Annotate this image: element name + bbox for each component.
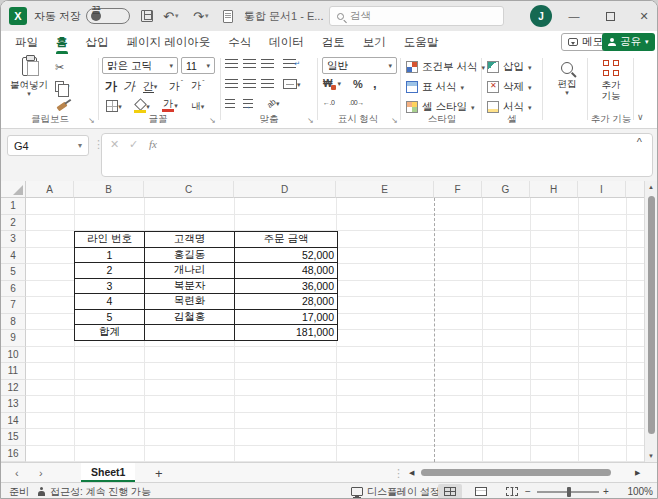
borders-dropdown-icon[interactable]: ▾ [118,103,122,110]
previous-sheet-button[interactable]: ‹ [15,463,19,483]
row-header-10[interactable]: 10 [1,347,26,364]
merge-center-button[interactable]: ▾ [283,79,301,89]
table-dropdown-icon[interactable]: ▾ [460,84,464,91]
increase-font-button[interactable]: 가ˆ [167,78,185,94]
row-header-2[interactable]: 2 [1,215,26,232]
clipboard-dialog-launcher-icon[interactable]: ↘ [88,116,95,125]
cell-B9[interactable]: 합계 [75,325,145,341]
next-sheet-button[interactable]: › [39,463,43,483]
conditional-formatting-button[interactable]: 조건부 서식▾ [406,59,485,75]
save-button[interactable] [141,1,153,31]
col-header-H[interactable]: H [530,181,578,198]
cell-B7[interactable]: 4 [75,294,145,310]
paste-dropdown-icon[interactable]: ▾ [27,90,31,97]
enter-icon[interactable]: ✓ [129,138,138,151]
select-all-button[interactable] [1,181,26,198]
col-header-D[interactable]: D [234,181,336,198]
increase-indent-button[interactable] [243,99,253,108]
redo-button[interactable]: ↷▾ [193,1,208,31]
cell-B8[interactable]: 5 [75,309,145,325]
collapse-formula-bar-icon[interactable]: ^ [637,136,642,148]
cell-B3[interactable]: 라인 번호 [75,232,145,248]
col-header-G[interactable]: G [482,181,530,198]
cell-D8[interactable]: 17,000 [235,309,338,325]
cell-C3[interactable]: 고객명 [145,232,235,248]
borders-button[interactable]: ▾ [103,98,125,114]
row-header-3[interactable]: 3 [1,231,26,248]
row-header-16[interactable]: 16 [1,446,26,463]
tab-insert[interactable]: 삽입 [77,31,118,54]
cell-D4[interactable]: 52,000 [235,247,338,263]
cell-C8[interactable]: 김철홍 [145,309,235,325]
font-name-dropdown-icon[interactable]: ▾ [169,62,173,69]
page-layout-view-button[interactable] [469,484,493,499]
tab-file[interactable]: 파일 [6,31,47,54]
insert-dropdown-icon[interactable]: ▾ [528,64,532,71]
delete-dropdown-icon[interactable]: ▾ [528,84,532,91]
col-header-C[interactable]: C [144,181,234,198]
font-color-dropdown-icon[interactable]: ▾ [174,102,178,109]
cell-styles-dropdown-icon[interactable]: ▾ [471,104,475,111]
share-button[interactable]: 공유 ▾ [602,33,655,51]
format-as-table-button[interactable]: 표 서식▾ [406,79,464,95]
collapse-ribbon-icon[interactable]: ∨ [637,112,644,122]
wrap-text-button[interactable] [283,59,296,68]
undo-button[interactable]: ↶▾ [163,1,178,31]
cell-D5[interactable]: 48,000 [235,263,338,279]
cell-B5[interactable]: 2 [75,263,145,279]
insert-function-icon[interactable]: fx [149,138,157,150]
col-header-I[interactable]: I [578,181,626,198]
tab-data[interactable]: 데이터 [260,31,313,54]
editing-button[interactable]: 편집 ▾ [549,62,585,96]
font-dialog-launcher-icon[interactable]: ↘ [209,116,216,125]
cell-B6[interactable]: 3 [75,278,145,294]
add-sheet-button[interactable]: + [155,463,163,483]
cell-D7[interactable]: 28,000 [235,294,338,310]
scroll-left-icon[interactable]: ◀ [409,463,414,483]
font-size-dropdown-icon[interactable]: ▾ [206,62,210,69]
merge-dropdown-icon[interactable]: ▾ [297,81,301,88]
add-ins-button[interactable]: 추가 기능 [591,60,631,101]
cell-C7[interactable]: 목련화 [145,294,235,310]
zoom-out-button[interactable]: − [525,483,531,499]
decrease-decimal-button[interactable]: .00→ [349,99,364,106]
cell-C9[interactable] [145,325,235,341]
align-bottom-button[interactable] [261,59,274,68]
alignment-dialog-launcher-icon[interactable]: ↘ [307,116,314,125]
display-settings-button[interactable]: 디스플레이 설정 [351,483,440,499]
cell-B4[interactable]: 1 [75,247,145,263]
comma-style-button[interactable]: , [373,76,377,91]
name-box-dropdown-icon[interactable]: ▾ [78,142,82,149]
decrease-indent-button[interactable] [225,99,235,108]
col-header-E[interactable]: E [336,181,434,198]
row-header-15[interactable]: 15 [1,429,26,446]
format-dropdown-icon[interactable]: ▾ [528,104,532,111]
delete-cells-button[interactable]: 삭제▾ [487,79,532,95]
redo-dropdown-icon[interactable]: ▾ [205,12,209,20]
phonetic-dropdown-icon[interactable]: ▾ [201,103,205,110]
align-middle-button[interactable] [243,59,256,68]
increase-decimal-button[interactable]: ←.0 [323,99,334,106]
quick-print-button[interactable] [223,1,233,31]
col-header-B[interactable]: B [74,181,144,198]
row-header-8[interactable]: 8 [1,314,26,331]
number-format-combo[interactable]: 일반▾ [322,57,397,74]
percent-style-button[interactable]: % [353,78,363,90]
accounting-dropdown-icon[interactable]: ▾ [337,80,341,87]
row-header-12[interactable]: 12 [1,380,26,397]
font-size-combo[interactable]: 11▾ [181,57,215,74]
name-box[interactable]: G4▾ [7,135,89,156]
tab-formulas[interactable]: 수식 [219,31,260,54]
font-color-button[interactable]: 가▾ [159,97,181,114]
account-avatar[interactable]: J [530,5,552,27]
underline-button[interactable]: 간▾ [139,78,161,94]
undo-dropdown-icon[interactable]: ▾ [175,12,179,20]
phonetic-guide-button[interactable]: 내▾ [187,98,209,114]
row-header-1[interactable]: 1 [1,198,26,215]
cut-button[interactable]: ✂ [55,59,64,75]
copy-button[interactable]: ▾ [55,78,70,94]
tab-home[interactable]: 홈 [47,31,77,54]
decrease-font-button[interactable]: 가ˇ [189,78,207,94]
row-header-6[interactable]: 6 [1,281,26,298]
align-center-button[interactable] [243,79,256,88]
